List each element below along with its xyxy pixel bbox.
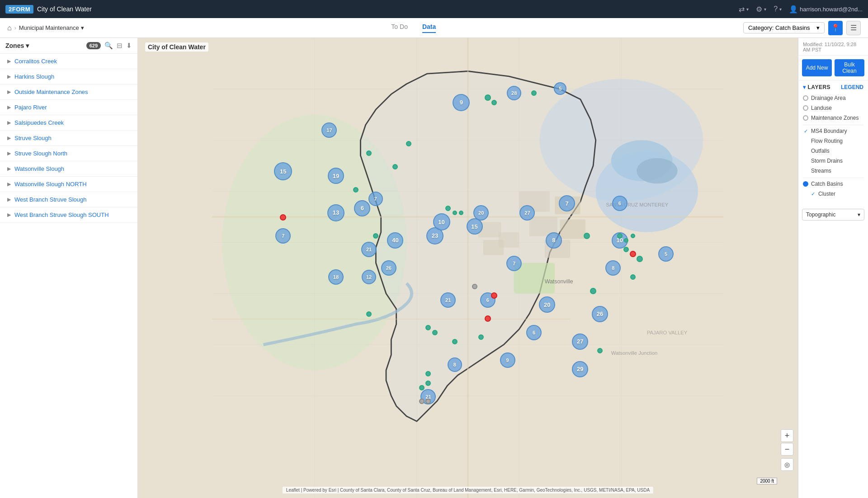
- dot-red[interactable]: [485, 315, 491, 322]
- tab-todo[interactable]: To Do: [391, 23, 408, 33]
- tab-data[interactable]: Data: [422, 23, 436, 33]
- dot-green[interactable]: [584, 233, 590, 239]
- cluster-bubble[interactable]: 27: [519, 205, 535, 221]
- menu-button[interactable]: ☰: [846, 21, 861, 35]
- dot-red[interactable]: [491, 292, 497, 299]
- cluster-bubble[interactable]: 9: [500, 352, 515, 368]
- dot-green[interactable]: [623, 247, 629, 252]
- cluster-bubble[interactable]: 13: [327, 204, 344, 221]
- bulk-clean-button[interactable]: Bulk Clean: [835, 59, 864, 76]
- cluster-bubble[interactable]: 20: [539, 296, 555, 313]
- dot-green[interactable]: [353, 187, 359, 193]
- cluster-bubble[interactable]: 6: [612, 196, 627, 211]
- cluster-bubble[interactable]: 8: [448, 357, 462, 372]
- cluster-bubble[interactable]: 27: [572, 334, 588, 350]
- layer-item-catch-basins[interactable]: Catch Basins: [803, 181, 863, 187]
- zone-item[interactable]: ▶Salsipuedes Creek: [0, 115, 137, 131]
- settings-button[interactable]: ⚙ ▾: [756, 5, 766, 14]
- location-button[interactable]: 📍: [828, 21, 843, 35]
- cluster-bubble[interactable]: 5: [658, 246, 674, 262]
- dot-green[interactable]: [637, 256, 643, 262]
- zone-item[interactable]: ▶Struve Slough: [0, 131, 137, 146]
- cluster-bubble[interactable]: 40: [387, 232, 403, 249]
- layer-item-outfalls[interactable]: Outfalls: [803, 148, 863, 154]
- zoom-locate-button[interactable]: ◎: [781, 458, 793, 471]
- dot-green[interactable]: [531, 90, 537, 96]
- dot-green[interactable]: [392, 164, 398, 169]
- cluster-bubble[interactable]: 15: [274, 162, 292, 180]
- dot-green[interactable]: [478, 334, 484, 340]
- zone-item[interactable]: ▶West Branch Struve Slough: [0, 192, 137, 207]
- add-new-button[interactable]: Add New: [802, 59, 832, 76]
- dot-green[interactable]: [617, 233, 623, 239]
- zone-item[interactable]: ▶Harkins Slough: [0, 69, 137, 85]
- dot-red[interactable]: [280, 214, 286, 221]
- zoom-in-button[interactable]: +: [781, 429, 793, 442]
- dot-green[interactable]: [425, 381, 431, 386]
- breadcrumb-current[interactable]: Municipal Maintenance ▾: [19, 24, 84, 31]
- dot-green[interactable]: [491, 100, 497, 105]
- zone-item[interactable]: ▶West Branch Struve Slough SOUTH: [0, 207, 137, 223]
- layer-item-maintenance-zones[interactable]: Maintenance Zones: [803, 115, 863, 121]
- dot-green[interactable]: [432, 330, 438, 335]
- zone-item[interactable]: ▶Pajaro River: [0, 100, 137, 115]
- cluster-bubble[interactable]: 6: [526, 325, 542, 340]
- dot-green[interactable]: [373, 233, 378, 239]
- dot-green[interactable]: [366, 311, 372, 317]
- legend-link[interactable]: LEGEND: [841, 84, 863, 90]
- filter-icon[interactable]: ⊟: [117, 42, 123, 50]
- cluster-bubble[interactable]: 8: [605, 260, 621, 276]
- dot-green[interactable]: [459, 211, 463, 215]
- cluster-bubble[interactable]: 19: [328, 168, 344, 184]
- dot-red[interactable]: [630, 251, 636, 257]
- dot-green[interactable]: [425, 325, 431, 330]
- cluster-bubble[interactable]: 7: [506, 256, 522, 271]
- dot-green[interactable]: [485, 94, 491, 101]
- cluster-bubble[interactable]: 8: [546, 232, 562, 249]
- dot-green[interactable]: [425, 371, 431, 376]
- sync-button[interactable]: ⇄ ▾: [739, 5, 749, 14]
- layer-item-landuse[interactable]: Landuse: [803, 105, 863, 111]
- zone-item[interactable]: ▶Watsonville Slough: [0, 161, 137, 177]
- zone-item[interactable]: ▶Outside Maintenance Zones: [0, 85, 137, 100]
- layer-item-flow-routing[interactable]: Flow Routing: [803, 138, 863, 144]
- basemap-select[interactable]: Topographic ▾: [802, 209, 864, 221]
- cluster-bubble[interactable]: 26: [381, 260, 396, 276]
- zoom-out-button[interactable]: −: [781, 443, 793, 456]
- cluster-bubble[interactable]: 10: [433, 213, 450, 230]
- dot-gray[interactable]: [425, 399, 431, 404]
- cluster-bubble[interactable]: 17: [321, 122, 337, 138]
- home-icon[interactable]: ⌂: [7, 24, 12, 32]
- cluster-bubble[interactable]: 6: [354, 200, 370, 216]
- cluster-bubble[interactable]: 12: [362, 270, 376, 284]
- zone-item[interactable]: ▶Corralitos Creek: [0, 54, 137, 69]
- cluster-bubble[interactable]: 5: [554, 82, 566, 95]
- dot-gray[interactable]: [419, 399, 425, 404]
- dot-green[interactable]: [624, 238, 628, 243]
- dot-green[interactable]: [452, 339, 458, 344]
- cluster-bubble[interactable]: 21: [440, 292, 456, 308]
- search-icon[interactable]: 🔍: [104, 42, 113, 50]
- layer-item-drainage-area[interactable]: Drainage Area: [803, 95, 863, 101]
- download-icon[interactable]: ⬇: [126, 42, 132, 50]
- layer-item-storm-drains[interactable]: Storm Drains: [803, 158, 863, 164]
- zone-item[interactable]: ▶Watsonville Slough NORTH: [0, 177, 137, 192]
- cluster-bubble[interactable]: 21: [361, 242, 377, 257]
- map-area[interactable]: City of Clean Water: [138, 38, 798, 498]
- cluster-bubble[interactable]: 7: [275, 228, 291, 244]
- zone-item[interactable]: ▶Struve Slough North: [0, 146, 137, 161]
- cluster-bubble[interactable]: 9: [453, 94, 470, 111]
- dot-green[interactable]: [630, 274, 636, 280]
- dot-green[interactable]: [366, 150, 372, 156]
- cluster-bubble[interactable]: 26: [592, 306, 608, 322]
- cluster-bubble[interactable]: 18: [328, 269, 344, 285]
- user-menu-button[interactable]: 👤 harrison.howard@2nd...: [789, 5, 863, 14]
- cluster-bubble[interactable]: 20: [473, 205, 489, 221]
- layer-item-streams[interactable]: Streams: [803, 168, 863, 174]
- zones-label[interactable]: Zones ▾: [5, 42, 29, 49]
- cluster-bubble[interactable]: 28: [507, 86, 521, 100]
- help-button[interactable]: ? ▾: [774, 5, 782, 13]
- dot-green[interactable]: [631, 234, 635, 238]
- dot-green[interactable]: [453, 211, 457, 215]
- category-select[interactable]: Category: Catch Basins ▾: [743, 22, 825, 33]
